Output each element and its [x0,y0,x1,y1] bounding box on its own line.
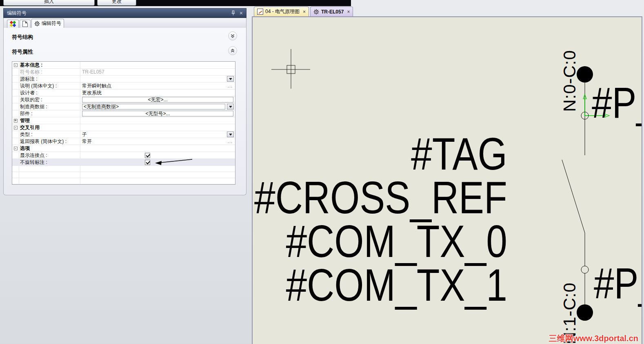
panel-title-text: 编辑符号 [7,10,27,17]
panel-tabstrip: 编辑符号 [3,18,246,28]
section-symbol-structure: 符号结构 [12,34,33,41]
empty-row [12,172,235,178]
modify-menu-button[interactable]: 更改 [97,0,136,6]
schematic-page-icon [257,9,263,15]
expander-toggle[interactable]: - [14,147,18,150]
tab-schematic-label: 04 - 电气原理图 [265,8,300,15]
property-label: 制造商数据 : [19,103,80,110]
property-row: 符号名称 : TR-EL057 [12,69,235,76]
category-row: - 基本信息 : [12,62,235,69]
expander-toggle[interactable]: - [14,126,18,130]
empty-row [12,166,235,172]
document-tabstrip: 04 - 电气原理图 × TR-EL057 × [252,6,644,16]
color-diamonds-icon [10,21,16,27]
tab-edit-symbol[interactable]: 编辑符号 [31,19,64,28]
placeholder-com-tx-0: #COM_TX_0 [254,219,507,263]
category-label: 选项 [19,145,80,152]
property-row-highlighted: 不旋转标注 : [12,159,235,166]
port-placeholder-bottom: #P_ [594,259,642,308]
empty-row [12,178,235,184]
tab-symbol-label: TR-EL057 [321,9,344,15]
property-row: 关联的宏 : <无宏>... [12,96,235,103]
placeholder-cross-ref: #CROSS_REF [254,176,507,219]
source-tag-field[interactable] [80,76,235,82]
page-icon [22,21,28,27]
panel-body: 符号结构 符号属性 - 基本信息 : 符号名称 : TR-EL057 [3,28,246,195]
show-connection-points-checkbox[interactable] [145,153,150,158]
description-field[interactable]: 常开瞬时触点 ... [80,83,235,89]
ellipsis-button[interactable]: ... [228,83,233,88]
property-row: 部件 : <无型号>... [12,110,235,117]
property-label: 返回报表 (简体中文) : [19,138,80,145]
type-field[interactable]: 子 [80,131,235,138]
attribute-placeholders: #TAG #CROSS_REF #COM_TX_0 #COM_TX_1 [252,132,507,307]
close-icon[interactable]: × [347,9,350,15]
property-label: 类型 : [19,131,80,138]
symbol-editor-canvas[interactable]: #TAG #CROSS_REF #COM_TX_0 #COM_TX_1 #P_ … [252,16,642,344]
placeholder-tag: #TAG [254,132,507,176]
tab-symbol-editor[interactable]: TR-EL057 × [310,7,353,16]
category-label: 管理 [19,117,80,124]
dropdown-arrow-icon[interactable] [227,104,234,109]
property-row: 显示连接点 : [12,152,235,159]
designer-field[interactable]: 更改系统 [80,89,235,96]
close-icon[interactable]: × [303,9,306,15]
manufacturer-data-field[interactable]: <无制造商数据> [82,104,225,109]
dropdown-arrow-icon[interactable] [227,76,234,82]
property-label: 关联的宏 : [19,96,80,103]
type-value: 子 [82,131,87,138]
property-row: 设计者 : 更改系统 [12,89,235,96]
no-rotate-annotation-checkbox[interactable] [145,160,150,165]
designer-value: 更改系统 [82,89,102,96]
placeholder-com-tx-1: #COM_TX_1 [254,263,507,307]
property-label: 不旋转标注 : [19,159,80,165]
gear-icon [34,21,40,27]
chevron-down-icon[interactable] [228,31,237,40]
macro-button[interactable]: <无宏>... [82,97,233,103]
property-row: 返回报表 (简体中文) : 常开 ... [12,138,235,145]
dropdown-arrow-icon[interactable] [227,132,234,137]
close-icon[interactable]: × [240,10,243,16]
expander-toggle[interactable]: + [14,119,18,123]
category-row: + 管理 [12,117,235,124]
property-grid: - 基本信息 : 符号名称 : TR-EL057 源标注 : 说 [12,61,235,185]
pin-icon[interactable] [231,10,235,16]
property-label: 符号名称 : [19,69,80,75]
crosshair-cursor [271,49,310,89]
gear-icon [313,9,319,15]
tab-edit-symbol-label: 编辑符号 [42,20,61,27]
ribbon-strip: 插入 更改 [0,0,351,6]
property-row: 类型 : 子 [12,131,235,138]
property-label: 源标注 : [19,76,80,82]
category-row: - 选项 [12,145,235,152]
property-label: 部件 : [19,110,80,117]
contact-blade-line [562,160,585,233]
connection-dot-top [577,66,593,83]
part-number-button[interactable]: <无型号>... [82,111,233,116]
panel-titlebar: 编辑符号 × [3,8,246,18]
property-row: 源标注 : [12,76,235,83]
insert-menu-button[interactable]: 插入 [3,0,95,6]
chevron-up-icon[interactable] [228,46,237,55]
ellipsis-button[interactable]: ... [228,139,233,144]
property-label: 设计者 : [19,89,80,96]
property-label: 说明 (简体中文) : [19,83,80,89]
section-symbol-properties: 符号属性 [12,48,33,56]
pin-label-top: N:0-C:0 [560,40,579,122]
report-value: 常开 [82,138,92,145]
category-label: 交叉引用 [19,124,80,131]
connection-dot-bottom [577,304,593,321]
expander-toggle[interactable]: - [14,63,18,67]
property-row: 制造商数据 : <无制造商数据> [12,103,235,110]
workspace-tab[interactable] [7,20,19,28]
edit-symbol-panel: 编辑符号 × [3,8,246,195]
page-tab[interactable] [20,20,31,28]
category-label: 基本信息 : [19,62,80,68]
symbol-name-value: TR-EL057 [80,69,235,75]
port-placeholder-top: #P_ [592,78,642,127]
report-field[interactable]: 常开 ... [80,138,235,145]
property-label: 显示连接点 : [19,152,80,159]
category-row: - 交叉引用 [12,124,235,131]
tab-schematic-page[interactable]: 04 - 电气原理图 × [254,7,309,16]
connection-circle-bottom [581,266,588,273]
